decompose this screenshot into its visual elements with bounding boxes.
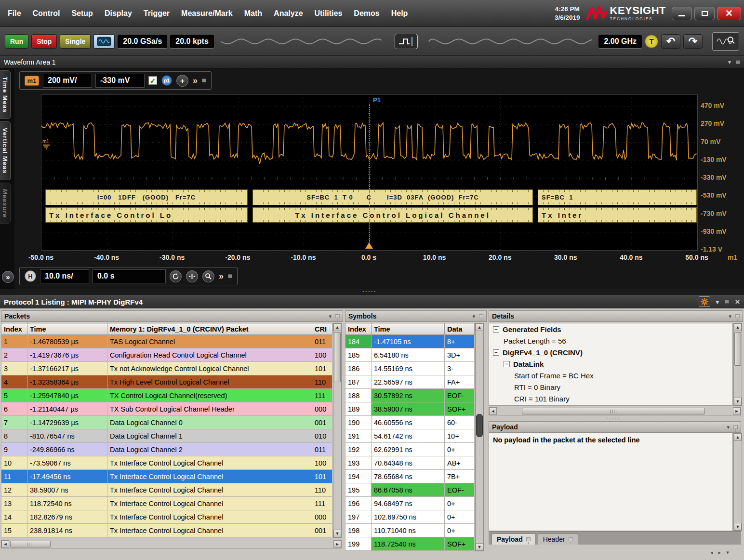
details-scrollbar-thumb[interactable]: [734, 332, 741, 366]
packet-cell-index[interactable]: 3: [1, 362, 27, 375]
packet-cell-packet[interactable]: Data Logical Channel 2: [107, 443, 312, 456]
symbol-cell-data[interactable]: EOF-: [445, 389, 475, 402]
stop-button[interactable]: Stop: [31, 34, 57, 49]
packet-cell-time[interactable]: 238.91814 ns: [27, 524, 107, 537]
menu-item-trigger[interactable]: Trigger: [138, 9, 175, 18]
details-tree-item[interactable]: RTI = 0 Binary: [489, 381, 732, 393]
protocol-settings-button[interactable]: [699, 296, 710, 307]
packets-pin-icon[interactable]: [335, 314, 340, 318]
packet-cell-cri[interactable]: 101: [312, 362, 332, 375]
trigger-position-icon[interactable]: [395, 34, 418, 49]
packet-cell-time[interactable]: -1.25947840 µs: [27, 389, 107, 402]
horizontal-h-badge[interactable]: H: [25, 270, 36, 282]
symbol-cell-data[interactable]: 3-: [445, 362, 475, 375]
scope-display[interactable]: m1 P1 I=00 1DFF (GOOD) Fr=7CSF=BC 1 T 0 …: [41, 94, 698, 251]
symbol-cell-index[interactable]: 189: [345, 402, 372, 416]
packets-col-packet[interactable]: Memory 1: DigRFv4_1_0 (CRCINV) Packet: [107, 323, 312, 335]
packets-vertical-scrollbar[interactable]: ▲ ▼: [333, 323, 342, 538]
collapse-icon[interactable]: −: [493, 349, 499, 356]
close-button[interactable]: ✕: [717, 7, 741, 20]
symbol-row[interactable]: 19262.62991 ns0+: [345, 443, 475, 456]
symbol-cell-index[interactable]: 184: [345, 335, 372, 348]
side-tab-vertical-meas[interactable]: Vertical Meas: [0, 121, 11, 180]
symbols-col-time[interactable]: Time: [372, 323, 445, 335]
packet-row[interactable]: 1238.59007 nsTx Interface Control Logica…: [1, 483, 332, 497]
packet-cell-time[interactable]: 38.59007 ns: [27, 483, 107, 497]
packet-row[interactable]: 6-1.21140447 µsTX Sub Control Logical Ch…: [1, 402, 332, 416]
packet-cell-cri[interactable]: 111: [312, 497, 332, 510]
packet-cell-cri[interactable]: 000: [312, 402, 332, 416]
packet-cell-time[interactable]: -1.32358364 µs: [27, 375, 107, 389]
symbol-cell-data[interactable]: 3D+: [445, 348, 475, 362]
payload-pin-icon[interactable]: [733, 425, 738, 429]
symbol-row[interactable]: 18830.57892 nsEOF-: [345, 389, 475, 402]
trigger-position-slider[interactable]: [221, 33, 592, 50]
packets-col-time[interactable]: Time: [27, 323, 107, 335]
tab-header[interactable]: Header: [538, 533, 578, 545]
packet-cell-index[interactable]: 1: [1, 335, 27, 348]
packet-cell-cri[interactable]: 000: [312, 510, 332, 524]
timebase-scale-field[interactable]: 10.0 ns/: [40, 270, 89, 283]
packet-cell-cri[interactable]: 011: [312, 335, 332, 348]
packets-hscrollbar-thumb[interactable]: [10, 541, 51, 547]
symbols-col-data[interactable]: Data: [445, 323, 475, 335]
corner-scroll-arrows[interactable]: ◂ ▸ ▾: [710, 549, 731, 556]
waveform-area-menu-caret[interactable]: ▾: [728, 59, 731, 66]
restore-button[interactable]: [694, 7, 715, 20]
packet-cell-index[interactable]: 2: [1, 348, 27, 362]
touch-screen-button[interactable]: [93, 34, 115, 49]
packets-scrollbar-thumb[interactable]: [334, 332, 341, 382]
symbols-pin-icon[interactable]: [479, 314, 483, 318]
symbol-cell-index[interactable]: 191: [345, 429, 372, 443]
packets-horizontal-scrollbar[interactable]: ◄ ►: [1, 540, 342, 548]
packets-scroll-down-icon[interactable]: ▼: [333, 530, 341, 537]
protocol-close-icon[interactable]: ✕: [735, 298, 740, 306]
packet-cell-time[interactable]: -1.41973676 µs: [27, 348, 107, 362]
packet-cell-cri[interactable]: 100: [312, 456, 332, 470]
symbol-cell-time[interactable]: 94.68497 ns: [372, 497, 445, 510]
packet-cell-cri[interactable]: 111: [312, 389, 332, 402]
symbol-row[interactable]: 19586.67058 nsEOF-: [345, 483, 475, 497]
packet-row[interactable]: 2-1.41973676 µsConfiguration Read Contro…: [1, 348, 332, 362]
packet-cell-time[interactable]: 118.72540 ns: [27, 497, 107, 510]
symbols-vertical-scrollbar[interactable]: ▲ ▼: [475, 323, 484, 551]
packet-cell-time[interactable]: -1.21140447 µs: [27, 402, 107, 416]
symbol-cell-time[interactable]: 102.69750 ns: [372, 510, 445, 524]
symbol-cell-time[interactable]: 46.60556 ns: [372, 416, 445, 429]
packet-cell-packet[interactable]: Tx not Acknowledge Control Logical Chann…: [107, 362, 312, 375]
menu-item-math[interactable]: Math: [239, 9, 268, 18]
waveform-area-pin-icon[interactable]: [736, 60, 740, 64]
collapse-icon[interactable]: −: [504, 361, 510, 367]
symbol-row[interactable]: 19046.60556 ns60-: [345, 416, 475, 429]
packet-cell-time[interactable]: -73.59067 ns: [27, 456, 107, 470]
details-tree-item[interactable]: −DigRFv4_1_0 (CRCINV): [489, 347, 732, 358]
packet-cell-index[interactable]: 4: [1, 375, 27, 389]
symbol-cell-data[interactable]: 0+: [445, 510, 475, 524]
expand-panel-button[interactable]: »: [2, 271, 14, 283]
packet-cell-index[interactable]: 12: [1, 483, 27, 497]
packet-cell-packet[interactable]: Data Logical Channel 1: [107, 429, 312, 443]
symbol-row[interactable]: 19154.61742 ns10+: [345, 429, 475, 443]
symbol-cell-index[interactable]: 188: [345, 389, 372, 402]
symbol-cell-time[interactable]: 70.64348 ns: [372, 456, 445, 470]
symbol-cell-data[interactable]: 0+: [445, 497, 475, 510]
symbol-cell-data[interactable]: 60-: [445, 416, 475, 429]
details-hscrollbar-thumb[interactable]: [522, 408, 705, 414]
trigger-marker-icon[interactable]: [365, 242, 373, 249]
packet-cell-index[interactable]: 8: [1, 429, 27, 443]
run-button[interactable]: Run: [5, 34, 28, 49]
packet-cell-time[interactable]: -1.37166217 µs: [27, 362, 107, 375]
payload-scroll-down-icon[interactable]: ▼: [734, 523, 742, 531]
packet-row[interactable]: 15238.91814 nsTx Interface Control Logic…: [1, 524, 332, 537]
symbol-row[interactable]: 19478.65684 ns7B+: [345, 470, 475, 483]
symbol-cell-index[interactable]: 194: [345, 470, 372, 483]
decode-segment-row1-0[interactable]: I=00 1DFF (GOOD) Fr=7C: [45, 189, 248, 205]
symbol-cell-index[interactable]: 186: [345, 362, 372, 375]
packet-cell-cri[interactable]: 001: [312, 416, 332, 429]
horizontal-toolbar-pin-icon[interactable]: [228, 274, 232, 278]
symbol-cell-index[interactable]: 197: [345, 510, 372, 524]
symbol-cell-data[interactable]: AB+: [445, 456, 475, 470]
side-tab-measure[interactable]: Measure: [0, 183, 11, 224]
decode-segment-row2-1[interactable]: Tx Interface Control Logical Channel: [252, 207, 533, 223]
details-tree-item[interactable]: Start of Frame = BC Hex: [489, 370, 732, 381]
